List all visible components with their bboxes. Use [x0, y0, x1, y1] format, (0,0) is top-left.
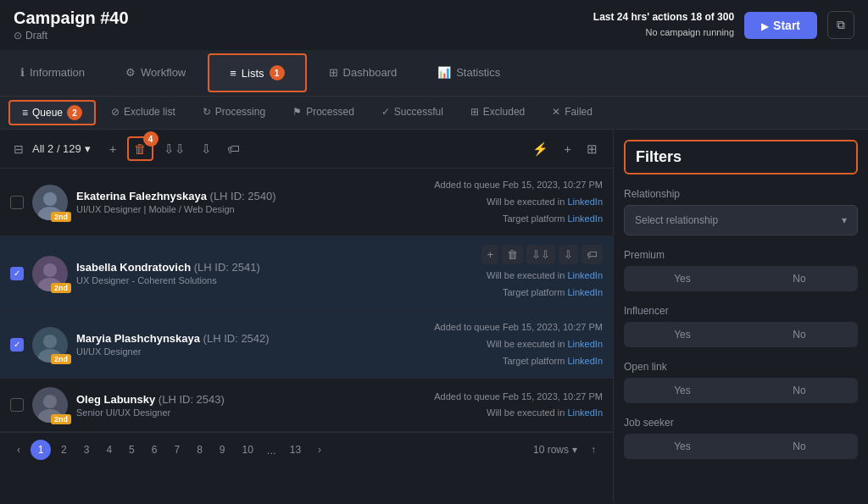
tag-button[interactable]: 🏷 — [222, 138, 245, 159]
start-button[interactable]: Start — [744, 12, 817, 39]
header-right: Last 24 hrs' actions 18 of 300 No campai… — [593, 9, 854, 41]
row-export-button[interactable]: ⇩⇩ — [526, 245, 555, 264]
page-13-button[interactable]: 13 — [283, 440, 308, 459]
page-9-button[interactable]: 9 — [213, 440, 232, 459]
row-download-button[interactable]: ⇩ — [559, 245, 578, 264]
page-5-button[interactable]: 5 — [122, 440, 142, 459]
dropdown-chevron-icon: ▾ — [842, 214, 847, 226]
copy-button[interactable]: ⧉ — [827, 11, 854, 39]
page-ellipsis: ... — [264, 444, 280, 457]
toolbar-right: ⚡ + ⊞ — [527, 138, 603, 160]
relationship-dropdown[interactable]: Select relationship ▾ — [624, 205, 858, 235]
prev-page-button[interactable]: ‹ — [10, 440, 27, 459]
campaign-title: Campaign #40 — [14, 8, 129, 28]
delete-button[interactable]: 🗑 4 — [127, 136, 153, 161]
filter-open-link: Open link Yes No — [624, 361, 858, 403]
page-3-button[interactable]: 3 — [77, 440, 97, 459]
subtab-processed[interactable]: ⚑ Processed — [279, 97, 368, 129]
tab-information[interactable]: ℹ Information — [0, 50, 105, 96]
list-item: 2nd Ekaterina Falezhnyskaya (LH ID: 2540… — [0, 169, 613, 236]
tab-workflow[interactable]: ⚙ Workflow — [105, 50, 206, 96]
collapse-button[interactable]: ⊟ — [10, 141, 27, 158]
page-6-button[interactable]: 6 — [145, 440, 164, 459]
row-add-button[interactable]: + — [481, 245, 498, 264]
subtab-exclude[interactable]: ⊘ Exclude list — [97, 97, 189, 129]
person-meta-ekaterina: Added to queue Feb 15, 2023, 10:27 PM Wi… — [434, 177, 603, 227]
influencer-toggle: Yes No — [624, 322, 858, 347]
pagination: ‹ 1 2 3 4 5 6 7 8 9 10 ... 13 › 10 rows … — [0, 432, 613, 467]
exclude-icon: ⊘ — [111, 106, 120, 118]
checkbox-isabella[interactable]: ✓ — [10, 267, 24, 280]
tab-statistics[interactable]: 📊 Statistics — [417, 50, 520, 96]
premium-toggle: Yes No — [624, 266, 858, 291]
add-button[interactable]: + — [104, 138, 122, 159]
draft-badge: ⊙ Draft — [14, 30, 129, 42]
checkbox-oleg[interactable] — [10, 398, 24, 412]
subtab-excluded[interactable]: ⊞ Excluded — [457, 97, 538, 129]
avatar-wrap-maryia: 2nd — [32, 327, 68, 363]
svg-point-10 — [43, 395, 57, 408]
successful-icon: ✓ — [381, 106, 390, 118]
page-7-button[interactable]: 7 — [167, 440, 186, 459]
delete-badge: 4 — [143, 131, 159, 147]
person-name-maryia: Maryia Plashchynskaya (LH ID: 2542) — [76, 332, 426, 345]
svg-point-7 — [43, 335, 57, 348]
row-tag-button[interactable]: 🏷 — [581, 245, 603, 264]
influencer-yes-button[interactable]: Yes — [624, 322, 741, 347]
premium-yes-button[interactable]: Yes — [624, 266, 741, 291]
job-seeker-yes-button[interactable]: Yes — [624, 434, 741, 459]
page-4-button[interactable]: 4 — [99, 440, 119, 459]
checkbox-maryia[interactable]: ✓ — [10, 338, 24, 352]
lists-icon: ≡ — [230, 67, 236, 80]
copy-icon: ⧉ — [837, 18, 845, 31]
person-meta-oleg: Added to queue Feb 15, 2023, 10:27 PM Wi… — [434, 389, 603, 423]
rows-select[interactable]: 10 rows ▾ — [533, 444, 577, 456]
main-tabs: ℹ Information ⚙ Workflow ≡ Lists 1 ⊞ Das… — [0, 50, 868, 97]
statistics-icon: 📊 — [437, 66, 451, 79]
content-area: ⊟ All 2 / 129 ▾ + 🗑 4 ⇩⇩ ⇩ 🏷 ⚡ + ⊞ — [0, 130, 868, 502]
subtab-successful[interactable]: ✓ Successful — [368, 97, 457, 129]
next-page-button[interactable]: › — [311, 440, 328, 459]
open-link-no-button[interactable]: No — [741, 378, 858, 403]
person-info-isabella: Isabella Kondratovich (LH ID: 2541) UX D… — [76, 261, 473, 285]
subtab-queue[interactable]: ≡ Queue 2 — [8, 100, 96, 125]
list-item: ✓ 2nd Maryia Plashchynskaya (LH ID: 2542… — [0, 311, 613, 379]
premium-no-button[interactable]: No — [741, 266, 858, 291]
job-seeker-no-button[interactable]: No — [741, 434, 858, 459]
subtab-processing[interactable]: ↻ Processing — [189, 97, 279, 129]
export-button[interactable]: ⇩ — [196, 138, 217, 160]
page-10-button[interactable]: 10 — [236, 440, 260, 459]
person-name-ekaterina: Ekaterina Falezhnyskaya (LH ID: 2540) — [76, 190, 426, 202]
row-delete-button[interactable]: 🗑 — [502, 245, 523, 264]
toolbar-actions: + 🗑 4 ⇩⇩ ⇩ 🏷 — [104, 136, 245, 161]
tab-dashboard[interactable]: ⊞ Dashboard — [309, 50, 418, 96]
page-2-button[interactable]: 2 — [54, 440, 74, 459]
filter-premium: Premium Yes No — [624, 249, 858, 291]
list-item: ✓ 2nd Isabella Kondratovich (LH ID: 2541… — [0, 236, 613, 311]
open-link-yes-button[interactable]: Yes — [624, 378, 741, 403]
right-panel: Filters Relationship Select relationship… — [614, 130, 868, 502]
export-all-button[interactable]: ⇩⇩ — [159, 138, 191, 160]
subtab-failed[interactable]: ✕ Failed — [538, 97, 606, 129]
draft-icon: ⊙ — [14, 30, 22, 42]
count-selector[interactable]: All 2 / 129 ▾ — [32, 142, 91, 155]
failed-icon: ✕ — [552, 106, 560, 118]
page-8-button[interactable]: 8 — [190, 440, 209, 459]
lists-badge: 1 — [270, 65, 285, 80]
filter-button[interactable]: ⚡ — [527, 138, 554, 160]
header-left: Campaign #40 ⊙ Draft — [14, 8, 129, 42]
page-1-button[interactable]: 1 — [31, 440, 51, 460]
list-item: 2nd Oleg Labunsky (LH ID: 2543) Senior U… — [0, 379, 613, 432]
person-meta-isabella: + 🗑 ⇩⇩ ⇩ 🏷 Will be executed in LinkedIn … — [481, 245, 603, 302]
avatar-wrap-isabella: 2nd — [32, 256, 68, 291]
scroll-top-button[interactable]: ↑ — [584, 440, 603, 459]
person-info-ekaterina: Ekaterina Falezhnyskaya (LH ID: 2540) UI… — [76, 190, 426, 214]
tab-lists[interactable]: ≡ Lists 1 — [208, 53, 306, 92]
open-link-toggle: Yes No — [624, 378, 858, 403]
checkbox-ekaterina[interactable] — [10, 196, 24, 209]
columns-button[interactable]: ⊞ — [581, 138, 603, 160]
influencer-no-button[interactable]: No — [741, 322, 858, 347]
badge-2nd-maryia: 2nd — [51, 354, 71, 364]
svg-point-4 — [43, 263, 57, 277]
add-person-button[interactable]: + — [559, 138, 576, 159]
